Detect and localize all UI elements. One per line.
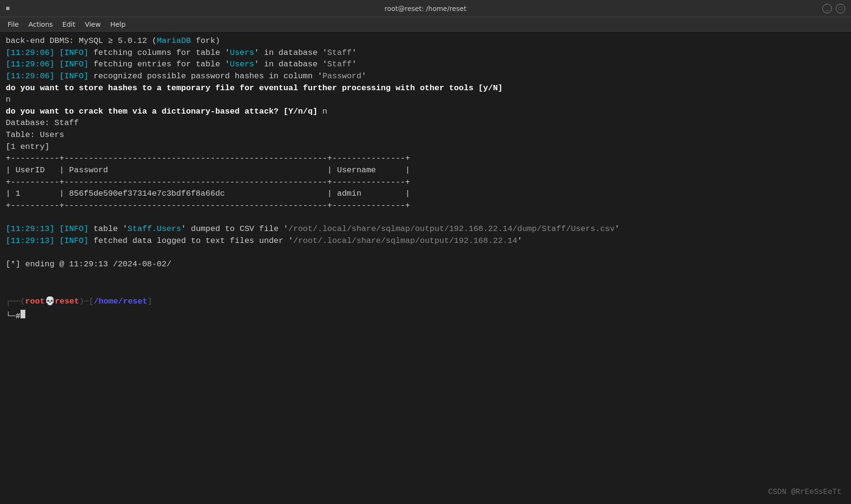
output-line-info1: [11:29:06] [INFO] fetching columns for t…: [6, 47, 845, 59]
title-bar: ■ root@reset: /home/reset _ □: [0, 0, 851, 17]
output-answer1: n: [6, 94, 845, 106]
prompt-top-line: ┌──(root💀reset)─[/home/reset]: [6, 296, 152, 308]
output-table-header: | UserID | Password | Username |: [6, 165, 845, 177]
output-question2: do you want to crack them via a dictiona…: [6, 106, 845, 118]
output-blank1: [6, 212, 845, 224]
output-ending: [*] ending @ 11:29:13 /2024-08-02/: [6, 259, 845, 271]
output-line-info3: [11:29:06] [INFO] recognized possible pa…: [6, 71, 845, 83]
menu-file[interactable]: File: [4, 19, 22, 30]
terminal-input-line[interactable]: └─ #: [6, 310, 845, 323]
output-table-row1: | 1 | 856f5de590ef37314e7c3bdf6f8a66dc |…: [6, 188, 845, 200]
output-blank3: [6, 271, 845, 283]
title-bar-left: ■: [6, 5, 10, 12]
window-controls: _ □: [822, 4, 845, 13]
menu-edit[interactable]: Edit: [59, 19, 79, 30]
output-table-border2: +----------+----------------------------…: [6, 177, 845, 189]
output-log-info: [11:29:13] [INFO] fetched data logged to…: [6, 235, 845, 247]
minimize-button[interactable]: _: [822, 4, 832, 13]
output-table-border1: +----------+----------------------------…: [6, 153, 845, 165]
output-csv-info: [11:29:13] [INFO] table 'Staff.Users' du…: [6, 223, 845, 235]
window-title: root@reset: /home/reset: [384, 5, 466, 12]
output-entry-count: [1 entry]: [6, 141, 845, 153]
output-table: Table: Users: [6, 129, 845, 141]
menu-actions[interactable]: Actions: [24, 19, 56, 30]
watermark: CSDN @RrEeSsEeTt: [768, 488, 841, 496]
output-blank4: [6, 282, 845, 294]
output-table-border3: +----------+----------------------------…: [6, 200, 845, 212]
cursor: [21, 310, 25, 318]
menu-help[interactable]: Help: [106, 19, 129, 30]
terminal-prompt: ┌──(root💀reset)─[/home/reset]: [6, 296, 845, 308]
output-blank2: [6, 247, 845, 259]
terminal-window: ■ root@reset: /home/reset _ □ File Actio…: [0, 0, 851, 504]
window-icon: ■: [6, 5, 10, 12]
terminal-output: back-end DBMS: MySQL ≥ 5.0.12 (MariaDB f…: [0, 32, 851, 504]
output-line-info2: [11:29:06] [INFO] fetching entries for t…: [6, 59, 845, 71]
output-question1: do you want to store hashes to a tempora…: [6, 83, 845, 94]
maximize-button[interactable]: □: [836, 4, 845, 13]
output-line-dbms: back-end DBMS: MySQL ≥ 5.0.12 (MariaDB f…: [6, 35, 845, 47]
menu-view[interactable]: View: [81, 19, 105, 30]
output-database: Database: Staff: [6, 117, 845, 129]
menu-bar: File Actions Edit View Help: [0, 17, 851, 32]
